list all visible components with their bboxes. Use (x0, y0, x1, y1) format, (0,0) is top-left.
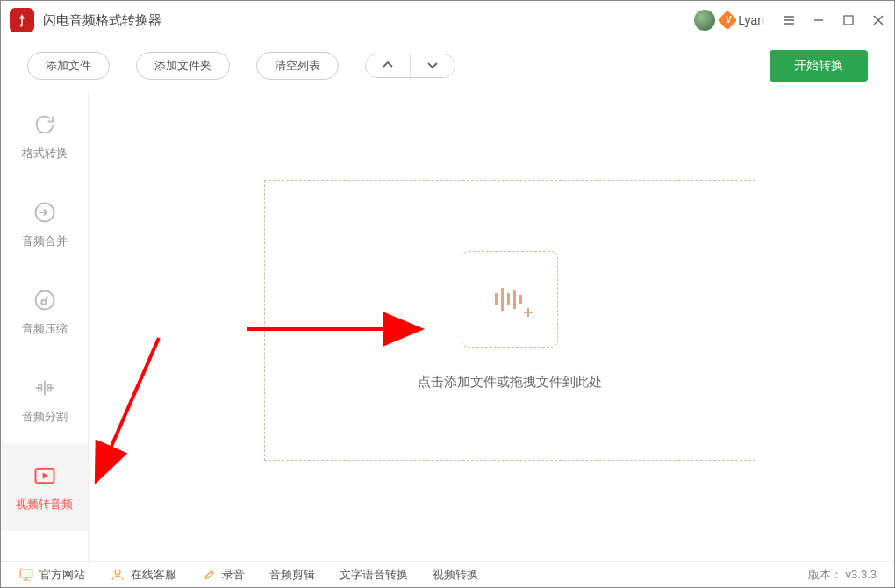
mic-icon (201, 567, 217, 583)
sidebar-label: 音频分割 (22, 409, 68, 425)
app-title: 闪电音频格式转换器 (43, 12, 694, 29)
play-icon (31, 462, 59, 490)
compress-icon (31, 286, 59, 314)
footer-label: 音频剪辑 (269, 567, 315, 583)
footer: 官方网站 在线客服 录音 音频剪辑 文字语音转换 视频转换 版本： v3.3.3 (1, 561, 894, 587)
svg-rect-8 (501, 288, 504, 311)
username[interactable]: Lyan (738, 13, 764, 27)
sidebar-label: 格式转换 (22, 146, 68, 161)
svg-rect-10 (513, 290, 516, 309)
sidebar-item-video-to-audio[interactable]: 视频转音频 (1, 443, 88, 531)
split-icon (31, 374, 59, 402)
svg-point-3 (41, 300, 46, 305)
footer-online-support[interactable]: 在线客服 (110, 567, 176, 583)
footer-tts[interactable]: 文字语音转换 (340, 567, 408, 583)
merge-icon (31, 198, 59, 226)
sidebar-label: 音频合并 (22, 233, 68, 249)
footer-video-convert[interactable]: 视频转换 (433, 567, 478, 583)
svg-rect-11 (519, 295, 522, 304)
app-icon (10, 8, 34, 32)
content-area: 点击添加文件或拖拽文件到此处 (89, 92, 894, 563)
add-folder-button[interactable]: 添加文件夹 (136, 52, 230, 80)
dropzone-text: 点击添加文件或拖拽文件到此处 (418, 374, 602, 391)
dropzone[interactable]: 点击添加文件或拖拽文件到此处 (264, 180, 755, 461)
footer-official-site[interactable]: 官方网站 (18, 567, 85, 583)
svg-rect-7 (495, 293, 498, 305)
sidebar-label: 音频压缩 (22, 321, 68, 337)
footer-label: 在线客服 (131, 567, 176, 583)
footer-label: 视频转换 (433, 567, 478, 583)
minimize-icon[interactable] (812, 13, 826, 27)
close-icon[interactable] (871, 13, 885, 27)
svg-line-13 (97, 338, 159, 478)
support-icon (110, 567, 125, 583)
svg-rect-9 (507, 293, 510, 305)
footer-record[interactable]: 录音 (201, 567, 245, 583)
footer-audio-edit[interactable]: 音频剪辑 (269, 567, 315, 583)
sidebar: 格式转换 音频合并 音频压缩 音频分割 视频转音频 (1, 92, 89, 563)
monitor-icon (18, 567, 34, 583)
svg-point-15 (115, 570, 120, 575)
toolbar: 添加文件 添加文件夹 清空列表 开始转换 (1, 39, 894, 92)
footer-label: 文字语音转换 (340, 567, 408, 583)
refresh-icon (31, 111, 59, 139)
maximize-icon[interactable] (841, 13, 856, 27)
add-file-icon (462, 251, 558, 348)
sidebar-item-format-convert[interactable]: 格式转换 (1, 92, 88, 180)
menu-icon[interactable] (782, 13, 796, 27)
vip-badge-icon (718, 11, 738, 31)
footer-label: 官方网站 (39, 567, 85, 583)
footer-label: 录音 (222, 567, 245, 583)
reorder-group (365, 54, 455, 78)
sidebar-item-audio-compress[interactable]: 音频压缩 (1, 268, 88, 355)
sidebar-item-audio-merge[interactable]: 音频合并 (1, 180, 88, 268)
sidebar-label: 视频转音频 (16, 497, 73, 513)
clear-list-button[interactable]: 清空列表 (256, 52, 339, 80)
start-convert-button[interactable]: 开始转换 (770, 50, 868, 82)
titlebar: 闪电音频格式转换器 Lyan (1, 1, 894, 39)
user-avatar[interactable] (694, 10, 715, 31)
svg-rect-0 (844, 16, 853, 25)
svg-rect-14 (20, 570, 32, 577)
version-label: 版本： v3.3.3 (808, 567, 877, 583)
add-file-button[interactable]: 添加文件 (27, 52, 110, 80)
sidebar-item-audio-split[interactable]: 音频分割 (1, 355, 88, 443)
move-up-button[interactable] (366, 54, 411, 77)
move-down-button[interactable] (411, 54, 455, 77)
